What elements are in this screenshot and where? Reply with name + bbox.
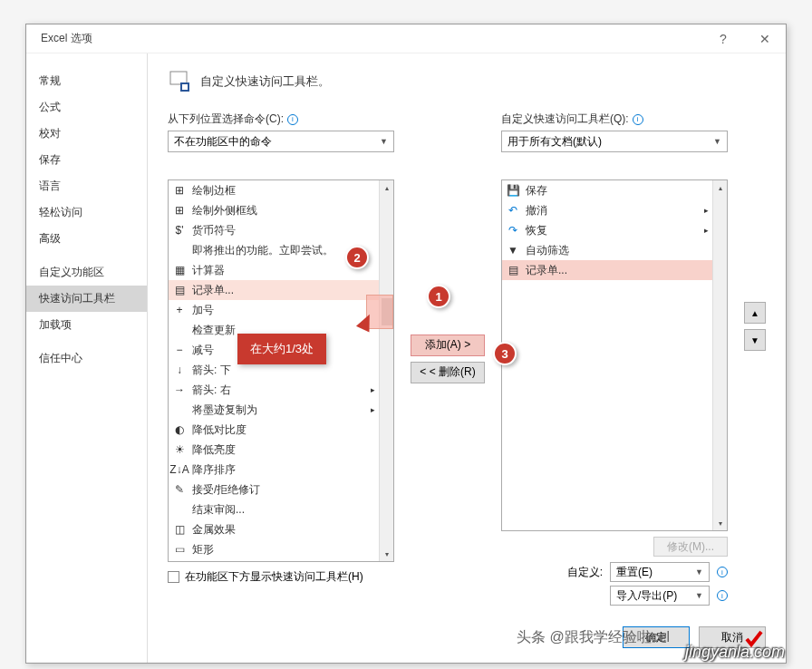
import-export-dropdown[interactable]: 导入/导出(P) ▼ bbox=[610, 586, 710, 606]
list-item[interactable]: 结束审阅... bbox=[169, 499, 379, 519]
command-icon: 💾 bbox=[506, 183, 520, 198]
callout-text: 在大约1/3处 bbox=[250, 342, 314, 355]
checkbox[interactable] bbox=[168, 571, 179, 583]
qat-commands-listbox[interactable]: 💾保存↶撤消▸↷恢复▸▼自动筛选▤记录单... ▴ ▾ bbox=[501, 179, 728, 531]
command-icon: ✎ bbox=[172, 482, 187, 497]
qat-for-value: 用于所有文档(默认) bbox=[508, 134, 602, 150]
command-label: 保存 bbox=[526, 183, 547, 199]
scroll-down-button[interactable]: ▾ bbox=[380, 547, 393, 561]
qat-icon bbox=[168, 70, 191, 93]
command-icon: ▤ bbox=[506, 263, 520, 277]
sidebar-item-trust-center[interactable]: 信任中心 bbox=[26, 345, 147, 372]
sidebar-item-qat[interactable]: 快速访问工具栏 bbox=[26, 286, 147, 312]
dialog-body: 常规 公式 校对 保存 语言 轻松访问 高级 自定义功能区 快速访问工具栏 加载… bbox=[26, 53, 786, 663]
sidebar-item-proofing[interactable]: 校对 bbox=[26, 121, 147, 147]
command-label: 绘制边框 bbox=[192, 183, 236, 199]
sidebar-item-language[interactable]: 语言 bbox=[26, 173, 147, 199]
command-label: 即将推出的功能。立即尝试。 bbox=[192, 243, 334, 258]
scrollbar[interactable]: ▴ ▾ bbox=[379, 180, 393, 561]
dialog-title: Excel 选项 bbox=[41, 31, 92, 46]
annotation-badge-3: 3 bbox=[493, 342, 517, 365]
command-label: 自动筛选 bbox=[526, 243, 569, 258]
annotation-badge-1: 1 bbox=[427, 285, 450, 308]
scroll-up-button[interactable]: ▴ bbox=[713, 180, 727, 195]
list-item[interactable]: ↶撤消▸ bbox=[502, 200, 712, 220]
list-item[interactable]: →箭头: 右▸ bbox=[169, 380, 379, 400]
command-label: 箭头: 右 bbox=[192, 383, 231, 398]
info-icon[interactable]: i bbox=[717, 567, 728, 577]
show-below-ribbon-row[interactable]: 在功能区下方显示快速访问工具栏(H) bbox=[168, 569, 394, 585]
available-commands-listbox[interactable]: ⊞绘制边框⊞绘制外侧框线$'货币符号即将推出的功能。立即尝试。▦计算器▤记录单.… bbox=[168, 179, 394, 562]
move-up-button[interactable]: ▲ bbox=[744, 302, 766, 324]
command-icon: ↶ bbox=[506, 203, 520, 218]
command-icon: → bbox=[172, 383, 187, 397]
submenu-arrow-icon: ▸ bbox=[371, 385, 375, 394]
command-label: 金属效果 bbox=[192, 522, 236, 538]
list-item[interactable]: ▤记录单... bbox=[169, 280, 379, 300]
sidebar-item-accessibility[interactable]: 轻松访问 bbox=[26, 199, 147, 226]
command-icon bbox=[172, 243, 187, 257]
list-item[interactable]: ▤记录单... bbox=[502, 260, 712, 280]
import-label: 导入/导出(P) bbox=[616, 588, 677, 604]
reset-label: 重置(E) bbox=[616, 565, 652, 580]
info-icon[interactable]: i bbox=[287, 114, 298, 125]
command-label: 箭头: 下 bbox=[192, 363, 231, 378]
command-icon: ▼ bbox=[506, 243, 520, 257]
list-item[interactable]: ▭矩形 bbox=[169, 539, 379, 559]
scroll-down-button[interactable]: ▾ bbox=[713, 516, 727, 530]
remove-button[interactable]: < < 删除(R) bbox=[411, 362, 485, 383]
list-item[interactable]: 💾保存 bbox=[502, 180, 712, 200]
command-icon bbox=[172, 402, 187, 417]
list-item[interactable]: $'货币符号 bbox=[169, 220, 379, 240]
sidebar-item-formulas[interactable]: 公式 bbox=[26, 94, 147, 121]
excel-options-dialog: Excel 选项 ? ✕ 常规 公式 校对 保存 语言 轻松访问 高级 自定义功… bbox=[25, 24, 787, 664]
add-button[interactable]: 添加(A) > bbox=[411, 334, 485, 356]
command-icon: − bbox=[172, 343, 187, 357]
list-item[interactable]: Z↓A降序排序 bbox=[169, 460, 379, 480]
scrollbar-right[interactable]: ▴ ▾ bbox=[712, 180, 727, 530]
list-item[interactable]: ⊞绘制外侧框线 bbox=[169, 200, 379, 220]
command-label: 矩形: 圆角 bbox=[192, 562, 242, 563]
reset-dropdown[interactable]: 重置(E) ▼ bbox=[610, 562, 710, 582]
list-item[interactable]: ◐降低对比度 bbox=[169, 420, 379, 440]
list-item[interactable]: 将墨迹复制为▸ bbox=[169, 400, 379, 420]
command-label: 接受/拒绝修订 bbox=[192, 482, 260, 498]
list-item[interactable]: ▢矩形: 圆角 bbox=[169, 559, 379, 562]
sidebar-item-customize-ribbon[interactable]: 自定义功能区 bbox=[26, 259, 147, 286]
info-icon[interactable]: i bbox=[717, 590, 728, 601]
command-label: 将墨迹复制为 bbox=[192, 402, 257, 418]
info-icon[interactable]: i bbox=[633, 114, 643, 125]
list-item[interactable]: ↷恢复▸ bbox=[502, 220, 712, 240]
list-item[interactable]: ☀降低亮度 bbox=[169, 440, 379, 460]
command-label: 绘制外侧框线 bbox=[192, 203, 257, 218]
sidebar-item-addins[interactable]: 加载项 bbox=[26, 312, 147, 338]
scroll-up-button[interactable]: ▴ bbox=[380, 180, 393, 195]
list-item[interactable]: ◫金属效果 bbox=[169, 519, 379, 539]
list-item[interactable]: +加号 bbox=[169, 300, 379, 320]
list-item[interactable]: ⊞绘制边框 bbox=[169, 180, 379, 200]
command-label: 记录单... bbox=[192, 283, 234, 298]
sidebar-item-general[interactable]: 常规 bbox=[26, 68, 147, 94]
help-button[interactable]: ? bbox=[702, 24, 744, 53]
chevron-down-icon: ▼ bbox=[713, 137, 721, 146]
close-button[interactable]: ✕ bbox=[744, 24, 786, 53]
list-item[interactable]: ▼自动筛选 bbox=[502, 240, 712, 260]
command-icon: ⊞ bbox=[172, 203, 187, 218]
middle-column: 添加(A) > < < 删除(R) bbox=[411, 112, 485, 606]
chevron-down-icon: ▼ bbox=[380, 137, 388, 146]
command-label: 降低对比度 bbox=[192, 422, 246, 438]
choose-commands-text: 从下列位置选择命令(C): bbox=[168, 112, 284, 127]
commands-from-dropdown[interactable]: 不在功能区中的命令 ▼ bbox=[168, 131, 394, 152]
command-icon: ◫ bbox=[172, 522, 187, 537]
qat-for-dropdown[interactable]: 用于所有文档(默认) ▼ bbox=[501, 131, 728, 152]
command-icon: ▦ bbox=[172, 263, 187, 277]
move-down-button[interactable]: ▼ bbox=[744, 329, 766, 351]
command-label: 降低亮度 bbox=[192, 442, 236, 458]
command-icon bbox=[172, 323, 187, 337]
sidebar-item-advanced[interactable]: 高级 bbox=[26, 226, 147, 252]
annotation-callout: 在大约1/3处 bbox=[237, 334, 326, 364]
sidebar-item-save[interactable]: 保存 bbox=[26, 147, 147, 173]
list-item[interactable]: ✎接受/拒绝修订 bbox=[169, 480, 379, 499]
checkmark-icon bbox=[743, 628, 765, 650]
sidebar: 常规 公式 校对 保存 语言 轻松访问 高级 自定义功能区 快速访问工具栏 加载… bbox=[26, 53, 148, 663]
